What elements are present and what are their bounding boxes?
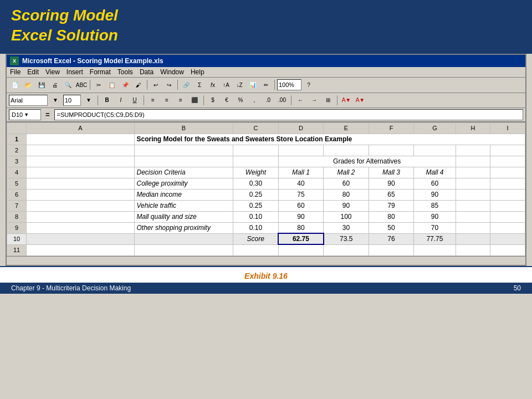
cell-b7[interactable]: Vehicle traffic xyxy=(134,200,233,211)
cell-d6[interactable]: 75 xyxy=(278,189,324,200)
cell-e11[interactable] xyxy=(324,244,369,255)
menu-window[interactable]: Window xyxy=(160,68,184,76)
align-right-button[interactable]: ≡ xyxy=(175,94,187,106)
cell-i9[interactable] xyxy=(490,222,525,233)
cell-f10[interactable]: 76 xyxy=(369,233,414,244)
cell-i7[interactable] xyxy=(490,200,525,211)
cell-a8[interactable] xyxy=(27,211,134,222)
increase-decimal-button[interactable]: .0 xyxy=(262,94,274,106)
cell-h7[interactable] xyxy=(456,200,490,211)
font-size-dropdown[interactable]: ▼ xyxy=(83,94,95,106)
formula-content[interactable]: =SUMPRODUCT(C5:C9,D5:D9) xyxy=(54,109,523,120)
sort-asc-button[interactable]: ↑A xyxy=(220,79,232,91)
open-button[interactable]: 📂 xyxy=(22,79,34,91)
cell-a11[interactable] xyxy=(27,244,134,255)
menu-edit[interactable]: Edit xyxy=(27,68,39,76)
cell-f9[interactable]: 50 xyxy=(369,222,414,233)
bold-button[interactable]: B xyxy=(101,94,113,106)
cell-b3[interactable] xyxy=(134,156,233,167)
cell-f2[interactable] xyxy=(369,145,414,156)
font-name-dropdown[interactable]: ▼ xyxy=(49,94,62,106)
print-button[interactable]: 🖨 xyxy=(49,79,61,91)
menu-format[interactable]: Format xyxy=(90,68,111,76)
cell-d9[interactable]: 80 xyxy=(278,222,324,233)
save-button[interactable]: 💾 xyxy=(35,79,48,91)
cell-g11[interactable] xyxy=(414,244,456,255)
cell-b8[interactable]: Mall quality and size xyxy=(134,211,233,222)
cell-h4[interactable] xyxy=(456,167,490,178)
cell-a4[interactable] xyxy=(27,167,134,178)
cell-h3[interactable] xyxy=(456,156,490,167)
cell-h11[interactable] xyxy=(456,244,490,255)
underline-button[interactable]: U xyxy=(129,94,141,106)
menu-view[interactable]: View xyxy=(45,68,60,76)
comma-button[interactable]: , xyxy=(248,94,260,106)
autosum-button[interactable]: Σ xyxy=(193,79,206,91)
help-button[interactable]: ? xyxy=(303,79,315,91)
cell-c4[interactable]: Weight xyxy=(233,167,279,178)
cell-g6[interactable]: 90 xyxy=(414,189,456,200)
cell-f7[interactable]: 79 xyxy=(369,200,414,211)
col-header-g[interactable]: G xyxy=(414,122,456,134)
align-left-button[interactable]: ≡ xyxy=(147,94,159,106)
cell-i4[interactable] xyxy=(490,167,525,178)
cell-a7[interactable] xyxy=(27,200,134,211)
cell-c10[interactable]: Score xyxy=(233,233,279,244)
cell-d2[interactable] xyxy=(278,145,324,156)
fill-color-button[interactable]: A▼ xyxy=(340,94,352,106)
spell-button[interactable]: ABC xyxy=(75,79,88,91)
font-size-input[interactable] xyxy=(63,95,81,106)
cell-e2[interactable] xyxy=(324,145,369,156)
cell-i2[interactable] xyxy=(490,145,525,156)
cell-i6[interactable] xyxy=(490,189,525,200)
cell-b9[interactable]: Other shopping proximity xyxy=(134,222,233,233)
cell-a6[interactable] xyxy=(27,189,134,200)
cell-reference-box[interactable]: D10 ▼ xyxy=(9,109,41,120)
cell-a1[interactable] xyxy=(27,134,134,145)
cell-h10[interactable] xyxy=(456,233,490,244)
cell-g9[interactable]: 70 xyxy=(414,222,456,233)
cell-g8[interactable]: 90 xyxy=(414,211,456,222)
cell-b2[interactable] xyxy=(134,145,233,156)
cell-a5[interactable] xyxy=(27,178,134,189)
col-header-b[interactable]: B xyxy=(134,122,233,134)
cell-d7[interactable]: 60 xyxy=(278,200,324,211)
fx-button[interactable]: fx xyxy=(207,79,219,91)
scroll-area[interactable] xyxy=(7,256,525,265)
col-header-c[interactable]: C xyxy=(233,122,279,134)
cell-f5[interactable]: 90 xyxy=(369,178,414,189)
menu-insert[interactable]: Insert xyxy=(66,68,83,76)
cell-h8[interactable] xyxy=(456,211,490,222)
cell-e10[interactable]: 73.5 xyxy=(324,233,369,244)
hyperlink-button[interactable]: 🔗 xyxy=(180,79,192,91)
col-header-h[interactable]: H xyxy=(456,122,490,134)
cell-g5[interactable]: 60 xyxy=(414,178,456,189)
cell-h2[interactable] xyxy=(456,145,490,156)
cell-c8[interactable]: 0.10 xyxy=(233,211,279,222)
cell-a10[interactable] xyxy=(27,233,134,244)
cell-e7[interactable]: 90 xyxy=(324,200,369,211)
cell-e6[interactable]: 80 xyxy=(324,189,369,200)
cell-b5[interactable]: College proximity xyxy=(134,178,233,189)
decrease-decimal-button[interactable]: .00 xyxy=(276,94,288,106)
col-header-d[interactable]: D xyxy=(278,122,324,134)
cell-a9[interactable] xyxy=(27,222,134,233)
cell-f8[interactable]: 80 xyxy=(369,211,414,222)
sort-desc-button[interactable]: ↓Z xyxy=(233,79,245,91)
indent-decrease-button[interactable]: ← xyxy=(294,94,306,106)
cell-i5[interactable] xyxy=(490,178,525,189)
cell-c2[interactable] xyxy=(233,145,279,156)
cell-a3[interactable] xyxy=(27,156,134,167)
cell-h9[interactable] xyxy=(456,222,490,233)
cell-e9[interactable]: 30 xyxy=(324,222,369,233)
cut-button[interactable]: ✂ xyxy=(93,79,105,91)
cell-d8[interactable]: 90 xyxy=(278,211,324,222)
menu-file[interactable]: File xyxy=(10,68,21,76)
redo-button[interactable]: ↪ xyxy=(163,79,175,91)
align-center-button[interactable]: ≡ xyxy=(161,94,173,106)
euro-button[interactable]: € xyxy=(221,94,233,106)
cell-c3[interactable] xyxy=(233,156,279,167)
cell-d5[interactable]: 40 xyxy=(278,178,324,189)
font-name-input[interactable] xyxy=(9,95,48,106)
cell-h6[interactable] xyxy=(456,189,490,200)
